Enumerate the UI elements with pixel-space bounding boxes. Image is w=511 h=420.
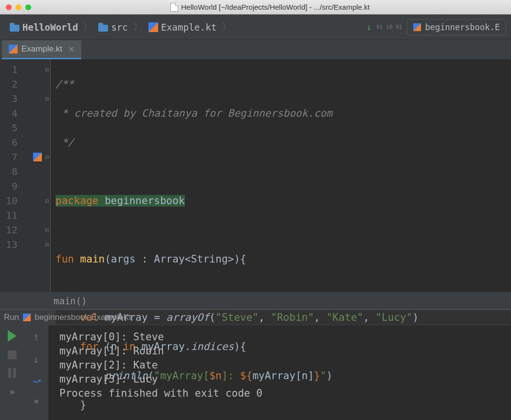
code-text: ) bbox=[412, 312, 419, 323]
window-controls bbox=[6, 4, 31, 10]
rerun-icon[interactable] bbox=[8, 330, 17, 342]
navigation-bar: HelloWorld 〉 src 〉 Example.kt 〉 ↓ 01 10 … bbox=[0, 15, 511, 40]
line-number: 11 bbox=[0, 208, 18, 223]
download-arrow-icon[interactable]: ↓ bbox=[366, 22, 372, 32]
fold-end-icon[interactable]: ⊟ bbox=[44, 91, 50, 106]
console-output[interactable]: myArray[0]: StevemyArray[1]: RobinmyArra… bbox=[49, 325, 511, 420]
kotlin-icon bbox=[9, 45, 18, 53]
code-text: */ bbox=[55, 137, 74, 148]
line-number: 10 bbox=[0, 193, 18, 208]
breadcrumb-src[interactable]: src bbox=[93, 19, 132, 35]
code-text: ( bbox=[209, 312, 216, 323]
run-body: » ↑ ↓ ⤻ » myArray[0]: StevemyArray[1]: R… bbox=[0, 325, 511, 420]
minimize-window-icon[interactable] bbox=[16, 4, 21, 10]
fold-end-icon[interactable]: ⊟ bbox=[44, 223, 50, 237]
run-tool-window: Run beginnersbook.ExampleKt » ↑ ↓ ⤻ » my… bbox=[0, 309, 511, 420]
breadcrumb-file[interactable]: Example.kt bbox=[144, 19, 221, 35]
kotlin-icon bbox=[148, 22, 158, 32]
run-toolbar-secondary: ↑ ↓ ⤻ » bbox=[24, 325, 49, 420]
titlebar: HelloWorld [~/IdeaProjects/HelloWorld] -… bbox=[0, 0, 511, 15]
chevron-right-icon: 〉 bbox=[83, 20, 93, 35]
maximize-window-icon[interactable] bbox=[25, 4, 31, 10]
code-text: , bbox=[258, 312, 271, 323]
fold-end-icon[interactable]: ⊟ bbox=[44, 237, 50, 252]
run-configuration-selector[interactable]: beginnersbook.E bbox=[407, 19, 506, 35]
code-text: * created by Chaitanya for Beginnersbook… bbox=[55, 107, 332, 119]
expand-icon[interactable]: » bbox=[10, 386, 15, 397]
console-line: myArray[1]: Robin bbox=[59, 344, 511, 358]
code-text: beginnersbook bbox=[99, 195, 185, 207]
console-line: myArray[3]: Lucy bbox=[59, 372, 511, 386]
code-text: "Robin" bbox=[271, 312, 314, 323]
console-line: myArray[2]: Kate bbox=[59, 358, 511, 372]
editor-tabs: Example.kt ✕ bbox=[0, 40, 511, 59]
code-text: main bbox=[80, 253, 105, 265]
tab-example-kt[interactable]: Example.kt ✕ bbox=[2, 40, 81, 59]
run-config-name: beginnersbook.ExampleKt bbox=[35, 313, 131, 322]
fold-start-icon[interactable]: ⊟ bbox=[44, 193, 50, 208]
code-text: "Kate" bbox=[326, 312, 363, 323]
structure-label: main() bbox=[54, 296, 87, 306]
file-icon bbox=[170, 3, 178, 12]
run-gutter-icon[interactable] bbox=[33, 153, 42, 161]
code-area[interactable]: /** * created by Chaitanya for Beginners… bbox=[51, 59, 511, 292]
code-text: package bbox=[55, 195, 99, 207]
run-title: Run bbox=[4, 313, 19, 322]
line-number-gutter: 1 2 3 4 5 6 7 8 9 10 11 12 13 bbox=[0, 59, 21, 292]
console-line: Process finished with exit code 0 bbox=[59, 386, 511, 401]
code-text: (args : Array<String>){ bbox=[105, 253, 246, 265]
gutter-icons bbox=[21, 59, 44, 292]
down-stack-icon[interactable]: ↓ bbox=[33, 352, 39, 366]
breadcrumb-label: HelloWorld bbox=[22, 22, 78, 33]
window-title-text: HelloWorld [~/IdeaProjects/HelloWorld] -… bbox=[181, 3, 370, 11]
pause-icon[interactable] bbox=[8, 368, 16, 378]
make-icon[interactable]: 01 10 01 bbox=[376, 25, 402, 29]
breadcrumb: HelloWorld 〉 src 〉 Example.kt 〉 bbox=[5, 19, 232, 35]
window-title: HelloWorld [~/IdeaProjects/HelloWorld] -… bbox=[35, 3, 505, 12]
fold-gutter: ⊟⊟ ⊟⊟⊟⊟ bbox=[44, 59, 51, 292]
line-number: 6 bbox=[0, 135, 18, 150]
navbar-right-tools: ↓ 01 10 01 beginnersbook.E bbox=[366, 19, 506, 35]
line-number: 4 bbox=[0, 106, 18, 121]
run-toolbar-primary: » bbox=[0, 325, 24, 420]
line-number: 7 bbox=[0, 150, 18, 164]
line-number: 12 bbox=[0, 223, 18, 237]
run-config-label: beginnersbook.E bbox=[425, 22, 500, 32]
stop-icon[interactable] bbox=[8, 350, 17, 359]
fold-start-icon[interactable]: ⊟ bbox=[44, 62, 50, 77]
module-icon bbox=[10, 23, 19, 32]
code-text: "Lucy" bbox=[376, 312, 413, 323]
line-number: 8 bbox=[0, 164, 18, 179]
code-text: /** bbox=[55, 78, 74, 90]
kotlin-icon bbox=[23, 314, 31, 321]
fold-start-icon[interactable]: ⊟ bbox=[44, 150, 50, 164]
line-number: 9 bbox=[0, 179, 18, 193]
kotlin-icon bbox=[413, 23, 421, 31]
breadcrumb-project[interactable]: HelloWorld bbox=[5, 19, 83, 35]
tab-label: Example.kt bbox=[21, 44, 62, 54]
up-stack-icon[interactable]: ↑ bbox=[33, 330, 39, 344]
breadcrumb-label: src bbox=[111, 22, 128, 33]
folder-icon bbox=[98, 23, 108, 32]
code-text: "Steve" bbox=[216, 312, 259, 323]
line-number: 13 bbox=[0, 237, 18, 252]
code-text: arrayOf bbox=[166, 312, 210, 323]
close-window-icon[interactable] bbox=[6, 4, 12, 10]
soft-wrap-icon[interactable]: ⤻ bbox=[32, 375, 41, 387]
code-editor[interactable]: 1 2 3 4 5 6 7 8 9 10 11 12 13 ⊟⊟ ⊟⊟⊟⊟ /*… bbox=[0, 59, 511, 292]
console-line: myArray[0]: Steve bbox=[59, 330, 511, 344]
line-number: 2 bbox=[0, 77, 18, 91]
line-number: 3 bbox=[0, 91, 18, 106]
chevron-right-icon: 〉 bbox=[133, 20, 144, 35]
chevron-right-icon: 〉 bbox=[221, 20, 232, 35]
line-number: 5 bbox=[0, 121, 18, 135]
breadcrumb-label: Example.kt bbox=[161, 22, 217, 33]
code-text: fun bbox=[55, 253, 74, 265]
line-number: 1 bbox=[0, 62, 18, 77]
close-tab-icon[interactable]: ✕ bbox=[68, 45, 74, 54]
code-text: , bbox=[314, 312, 326, 323]
expand-icon[interactable]: » bbox=[34, 396, 39, 406]
code-text: , bbox=[363, 312, 375, 323]
